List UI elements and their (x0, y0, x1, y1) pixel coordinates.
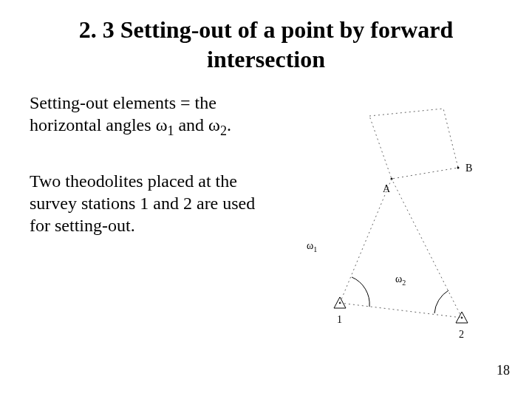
svg-line-8 (340, 303, 462, 318)
slide-title: 2. 3 Setting-out of a point by forward i… (30, 15, 502, 74)
svg-line-10 (392, 179, 462, 318)
svg-marker-0 (369, 109, 458, 179)
text-column: Setting-out elements = the horizontal an… (30, 92, 266, 270)
diagram-station-1: 1 (334, 297, 346, 325)
diagram-w1: ω (307, 240, 313, 251)
p1-suffix: . (227, 115, 231, 134)
diagram-column: A B 1 2 (273, 92, 495, 341)
paragraph-1: Setting-out elements = the horizontal an… (30, 92, 266, 136)
diagram-w2-sub: 2 (402, 279, 406, 287)
omega-1: ω (156, 115, 168, 134)
page-number: 18 (497, 363, 510, 378)
diagram-label-a: A (383, 183, 391, 194)
svg-line-7 (340, 179, 392, 303)
svg-text:ω2: ω2 (395, 273, 406, 287)
diagram-label-b: B (466, 163, 472, 174)
paragraph-2: Two theodolites placed at the survey sta… (30, 170, 266, 236)
intersection-diagram: A B 1 2 (273, 98, 495, 341)
svg-text:ω1: ω1 (307, 240, 317, 253)
diagram-w2: ω (395, 273, 402, 284)
diagram-w1-sub: 1 (313, 245, 317, 253)
p1-and: and (174, 115, 208, 134)
diagram-station-1-label: 1 (337, 314, 342, 325)
diagram-station-2-label: 2 (459, 329, 464, 340)
omega-2: ω (208, 115, 220, 134)
diagram-station-2: 2 (456, 312, 468, 340)
svg-point-2 (457, 167, 460, 169)
omega-2-sub: 2 (220, 123, 227, 138)
